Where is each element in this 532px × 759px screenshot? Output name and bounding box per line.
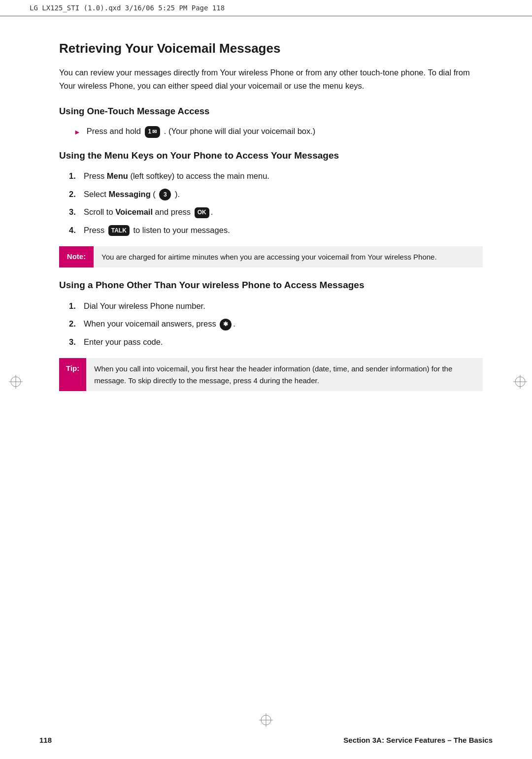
page-content: Retrieving Your Voicemail Messages You c… bbox=[0, 16, 532, 442]
note-label: Note: bbox=[59, 246, 94, 267]
key-badge-ok: OK bbox=[195, 207, 209, 218]
step-2-4-content: Press TALK to listen to your messages. bbox=[84, 224, 230, 236]
step-3-3-content: Enter your pass code. bbox=[84, 335, 163, 348]
step3-num-3: 3. bbox=[69, 335, 84, 348]
step-3-2-content: When your voicemail answers, press ✱. bbox=[84, 317, 235, 330]
intro-paragraph: You can review your messages directly fr… bbox=[59, 66, 483, 92]
step-3-3: 3. Enter your pass code. bbox=[69, 335, 483, 348]
bullet-item-1-content: Press and hold 1✉ . (Your phone will dia… bbox=[87, 125, 316, 138]
key-badge-3: 3 bbox=[159, 189, 171, 200]
step-num-1: 1. bbox=[69, 169, 84, 182]
crosshair-right-mark bbox=[513, 375, 523, 385]
key-badge-1-voicemail: 1✉ bbox=[145, 126, 161, 138]
bullet-arrow-icon: ► bbox=[74, 127, 81, 137]
page-footer: 118 Section 3A: Service Features – The B… bbox=[0, 736, 532, 744]
messaging-bold: Messaging bbox=[108, 190, 150, 198]
step3-num-1: 1. bbox=[69, 299, 84, 312]
step3-num-2: 2. bbox=[69, 317, 84, 330]
section2-steps: 1. Press Menu (left softkey) to access t… bbox=[59, 169, 483, 236]
step-num-4: 4. bbox=[69, 224, 84, 236]
bullet-item-1: ► Press and hold 1✉ . (Your phone will d… bbox=[74, 125, 483, 138]
tip-box: Tip: When you call into voicemail, you f… bbox=[59, 358, 483, 391]
tip-content: When you call into voicemail, you first … bbox=[86, 358, 483, 391]
step-3-2: 2. When your voicemail answers, press ✱. bbox=[69, 317, 483, 330]
bullet-item-1-suffix: . (Your phone will dial your voicemail b… bbox=[164, 127, 316, 135]
step-2-4: 4. Press TALK to listen to your messages… bbox=[69, 224, 483, 236]
step-3-1-content: Dial Your wireless Phone number. bbox=[84, 299, 205, 312]
page-header: LG LX125_STI (1.0).qxd 3/16/06 5:25 PM P… bbox=[0, 0, 532, 16]
step-num-3: 3. bbox=[69, 205, 84, 218]
header-text: LG LX125_STI (1.0).qxd 3/16/06 5:25 PM P… bbox=[30, 4, 225, 12]
section1-bullet-list: ► Press and hold 1✉ . (Your phone will d… bbox=[59, 125, 483, 138]
step-2-2: 2. Select Messaging ( 3 ). bbox=[69, 188, 483, 201]
step-2-2-content: Select Messaging ( 3 ). bbox=[84, 188, 180, 201]
note-content: You are charged for airtime minutes when… bbox=[94, 246, 445, 267]
section2-heading: Using the Menu Keys on Your Phone to Acc… bbox=[59, 150, 483, 162]
crosshair-left-mark bbox=[9, 375, 19, 385]
page-title: Retrieving Your Voicemail Messages bbox=[59, 41, 483, 56]
crosshair-bottom-mark bbox=[259, 713, 273, 729]
note-box: Note: You are charged for airtime minute… bbox=[59, 246, 483, 267]
voicemail-bold: Voicemail bbox=[115, 207, 153, 216]
section1-heading: Using One-Touch Message Access bbox=[59, 106, 483, 117]
tip-label: Tip: bbox=[59, 358, 86, 391]
step-2-1-content: Press Menu (left softkey) to access the … bbox=[84, 169, 269, 182]
page-number: 118 bbox=[39, 736, 52, 744]
press-hold-text: Press and hold bbox=[87, 127, 141, 135]
step-2-3-content: Scroll to Voicemail and press OK. bbox=[84, 205, 213, 218]
section3-steps: 1. Dial Your wireless Phone number. 2. W… bbox=[59, 299, 483, 348]
step-2-3: 3. Scroll to Voicemail and press OK. bbox=[69, 205, 483, 218]
key-badge-talk: TALK bbox=[108, 225, 130, 236]
step-num-2: 2. bbox=[69, 188, 84, 200]
step-2-1: 1. Press Menu (left softkey) to access t… bbox=[69, 169, 483, 182]
footer-section-label: Section 3A: Service Features – The Basic… bbox=[343, 736, 493, 744]
step-3-1: 1. Dial Your wireless Phone number. bbox=[69, 299, 483, 312]
menu-bold: Menu bbox=[107, 171, 128, 180]
key-badge-star: ✱ bbox=[220, 319, 232, 330]
section3-heading: Using a Phone Other Than Your wireless P… bbox=[59, 279, 483, 292]
